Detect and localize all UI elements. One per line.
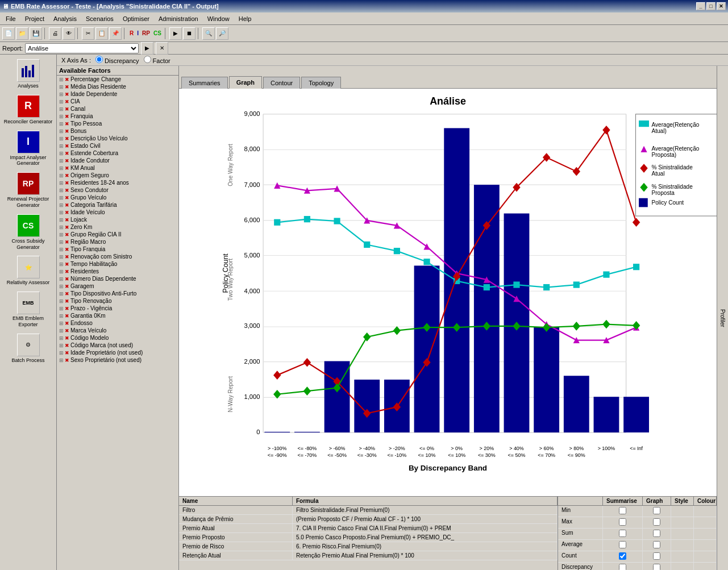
factor-item-31[interactable]: ⊞ ✖ Prazo - Vigência [57,305,178,312]
max-summarise-checkbox[interactable] [619,518,626,526]
table-row[interactable]: Mudança de Prêmio (Premio Proposto CF / … [179,515,558,524]
factor-expand-14[interactable]: ⊞ [59,180,64,186]
stats-cb-sum-graph[interactable] [643,529,671,539]
factor-item-26[interactable]: ⊞ ✖ Residentes [57,268,178,275]
sidebar-item-cross-subsidy[interactable]: CS Cross Subsidy Generator [3,212,54,253]
factor-label-0[interactable]: Percentage Change [70,76,121,82]
cell-name-1[interactable]: Mudança de Prêmio [179,515,293,523]
menu-file[interactable]: File [1,14,20,23]
factor-label-17[interactable]: Categoria Tarifária [70,202,117,208]
factor-expand-26[interactable]: ⊞ [59,269,64,274]
factor-label-11[interactable]: Idade Condutor [70,157,110,164]
factor-item-13[interactable]: ⊞ ✖ Origem Seguro [57,172,178,179]
stats-cb-sum-summarise[interactable] [603,529,643,539]
factor-item-27[interactable]: ⊞ ✖ Número Dias Dependente [57,275,178,282]
tab-topology[interactable]: Topology [301,77,341,89]
factor-item-19[interactable]: ⊞ ✖ Lojack [57,216,178,223]
right-profiler[interactable]: Profiler [717,66,728,570]
sidebar-item-reconciler[interactable]: R Reconciler Generator [3,93,54,127]
factor-expand-12[interactable]: ⊞ [59,165,64,171]
stats-cb-max-graph[interactable] [643,517,671,528]
factor-item-33[interactable]: ⊞ ✖ Endosso [57,319,178,327]
maximize-button[interactable]: □ [706,2,715,10]
factor-expand-31[interactable]: ⊞ [59,306,64,311]
x-axis-discrepancy-radio[interactable] [95,56,103,63]
toolbar-zoom-in[interactable]: 🔍 [202,27,215,40]
factor-expand-9[interactable]: ⊞ [59,143,64,149]
stats-cb-min-summarise[interactable] [603,506,643,517]
factor-label-23[interactable]: Tipo Franquia [70,246,105,252]
factor-expand-7[interactable]: ⊞ [59,128,64,134]
factor-label-8[interactable]: Descrição Uso Veículo [70,135,128,142]
factor-expand-23[interactable]: ⊞ [59,247,64,252]
factor-label-30[interactable]: Tipo Renovação [70,298,111,304]
factor-expand-36[interactable]: ⊞ [59,343,64,348]
factor-item-16[interactable]: ⊞ ✖ Grupo Veículo [57,194,178,201]
factor-expand-33[interactable]: ⊞ [59,321,64,326]
menu-help[interactable]: Help [234,14,256,23]
x-axis-factor-label[interactable]: Factor [144,56,170,64]
factor-expand-30[interactable]: ⊞ [59,298,64,304]
avg-summarise-checkbox[interactable] [619,541,626,548]
toolbar-cut[interactable]: ✂ [82,27,94,40]
minimize-button[interactable]: _ [696,2,705,10]
factor-label-1[interactable]: Média Dias Residente [70,84,126,90]
factor-expand-13[interactable]: ⊞ [59,173,64,178]
factor-label-10[interactable]: Estende Cobertura [70,150,118,156]
factor-item-11[interactable]: ⊞ ✖ Idade Condutor [57,157,178,164]
factor-label-2[interactable]: Idade Dependente [70,91,117,97]
factor-expand-32[interactable]: ⊞ [59,313,64,319]
menu-scenarios[interactable]: Scenarios [81,14,118,23]
factor-label-15[interactable]: Sexo Condutor [70,187,109,193]
toolbar-cs-label[interactable]: CS [152,30,163,36]
factor-item-3[interactable]: ⊞ ✖ CIA [57,98,178,105]
toolbar-i-label[interactable]: I [136,30,140,36]
factor-label-20[interactable]: Zero Km [70,224,92,230]
table-row[interactable]: Retenção Atual Retenção Premio Atual Fin… [179,551,558,560]
stats-cb-avg-graph[interactable] [643,540,671,551]
factor-expand-22[interactable]: ⊞ [59,239,64,245]
factor-expand-28[interactable]: ⊞ [59,284,64,289]
factor-item-18[interactable]: ⊞ ✖ Idade Veículo [57,209,178,216]
factor-label-35[interactable]: Código Modelo [70,335,109,341]
sidebar-item-impact[interactable]: I Impact Analyser Generator [3,128,54,169]
factor-item-37[interactable]: ⊞ ✖ Idade Proprietário (not used) [57,349,178,356]
factor-item-25[interactable]: ⊞ ✖ Tempo Habilitação [57,260,178,268]
factor-item-10[interactable]: ⊞ ✖ Estende Cobertura [57,149,178,157]
factor-item-1[interactable]: ⊞ ✖ Média Dias Residente [57,83,178,90]
menu-optimiser[interactable]: Optimiser [118,14,154,23]
stats-cb-disc-graph[interactable] [643,563,671,570]
factor-expand-25[interactable]: ⊞ [59,261,64,267]
factor-item-22[interactable]: ⊞ ✖ Região Macro [57,238,178,246]
factor-expand-21[interactable]: ⊞ [59,232,64,238]
toolbar-r-label[interactable]: R [128,30,135,36]
factor-expand-27[interactable]: ⊞ [59,276,64,282]
factor-label-31[interactable]: Prazo - Vigência [70,305,112,311]
min-graph-checkbox[interactable] [653,507,660,514]
cell-name-0[interactable]: Filtro [179,506,293,514]
factor-expand-6[interactable]: ⊞ [59,121,64,127]
factor-expand-5[interactable]: ⊞ [59,114,64,119]
title-bar-controls[interactable]: _ □ ✕ [696,2,726,10]
factor-item-0[interactable]: ⊞ ✖ Percentage Change [57,76,178,83]
factor-expand-37[interactable]: ⊞ [59,350,64,356]
cell-name-5[interactable]: Retenção Atual [179,551,293,560]
tab-summaries[interactable]: Summaries [181,77,228,89]
menu-project[interactable]: Project [20,14,49,23]
factor-item-36[interactable]: ⊞ ✖ Código Marca (not used) [57,342,178,349]
factor-label-27[interactable]: Número Dias Dependente [70,276,136,282]
sidebar-item-renewal[interactable]: RP Renewal Projector Generator [3,170,54,211]
factor-expand-24[interactable]: ⊞ [59,254,64,260]
sidebar-item-relativity[interactable]: ⭐ Relativity Assessor [3,253,54,288]
menu-window[interactable]: Window [203,14,234,23]
factor-label-34[interactable]: Marca Veículo [70,327,106,334]
toolbar-rp-label[interactable]: RP [141,30,151,36]
factor-label-26[interactable]: Residentes [70,268,99,274]
toolbar-paste[interactable]: 📌 [109,27,122,40]
factor-label-25[interactable]: Tempo Habilitação [70,261,117,267]
factor-expand-4[interactable]: ⊞ [59,106,64,112]
toolbar-open[interactable]: 📁 [16,27,28,40]
toolbar-run[interactable]: ▶ [169,27,182,40]
factor-expand-34[interactable]: ⊞ [59,328,64,334]
factor-item-35[interactable]: ⊞ ✖ Código Modelo [57,334,178,342]
